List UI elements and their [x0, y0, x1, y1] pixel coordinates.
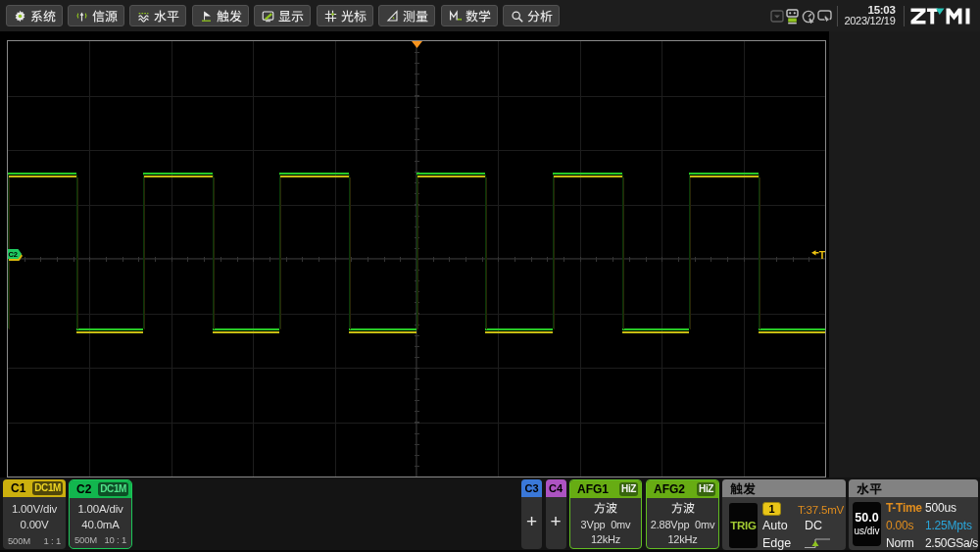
- svg-text:T: T: [819, 249, 826, 260]
- svg-text:C2: C2: [8, 249, 18, 258]
